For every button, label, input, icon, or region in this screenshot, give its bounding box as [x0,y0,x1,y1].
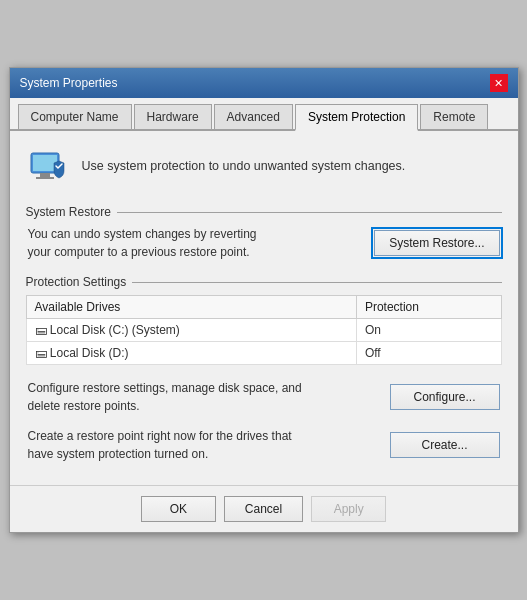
drives-table: Available Drives Protection 🖴 Local Disk… [26,295,502,365]
svg-rect-1 [33,155,57,171]
configure-description: Configure restore settings, manage disk … [28,379,308,415]
table-row: 🖴 Local Disk (D:) Off [26,342,501,365]
title-bar: System Properties ✕ [10,68,518,98]
system-properties-window: System Properties ✕ Computer Name Hardwa… [9,67,519,533]
create-button[interactable]: Create... [390,432,500,458]
ok-button[interactable]: OK [141,496,216,522]
drive-icon: 🖴 [35,346,50,360]
close-button[interactable]: ✕ [490,74,508,92]
content-area: Use system protection to undo unwanted s… [10,131,518,477]
tab-system-protection[interactable]: System Protection [295,104,418,131]
tab-computer-name[interactable]: Computer Name [18,104,132,129]
drive-icon: 🖴 [35,323,50,337]
protection-settings-label: Protection Settings [26,275,502,289]
system-restore-button[interactable]: System Restore... [374,230,499,256]
restore-row: You can undo system changes by reverting… [26,225,502,261]
configure-button[interactable]: Configure... [390,384,500,410]
create-row: Create a restore point right now for the… [26,427,502,463]
header-section: Use system protection to undo unwanted s… [26,145,502,189]
drive-d-cell: 🖴 Local Disk (D:) [26,342,356,365]
create-description: Create a restore point right now for the… [28,427,308,463]
tab-remote[interactable]: Remote [420,104,488,129]
drive-c-cell: 🖴 Local Disk (C:) (System) [26,319,356,342]
tab-bar: Computer Name Hardware Advanced System P… [10,98,518,131]
svg-rect-3 [36,177,54,179]
system-restore-section: System Restore You can undo system chang… [26,205,502,261]
header-description: Use system protection to undo unwanted s… [82,158,406,176]
drive-d-protection: Off [356,342,501,365]
col-protection: Protection [356,296,501,319]
drive-c-protection: On [356,319,501,342]
tab-hardware[interactable]: Hardware [134,104,212,129]
tab-advanced[interactable]: Advanced [214,104,293,129]
drive-d-name: Local Disk (D:) [50,346,129,360]
shield-computer-icon [26,145,70,189]
window-title: System Properties [20,76,118,90]
apply-button[interactable]: Apply [311,496,386,522]
svg-rect-2 [40,173,50,177]
col-available-drives: Available Drives [26,296,356,319]
system-restore-label: System Restore [26,205,502,219]
configure-row: Configure restore settings, manage disk … [26,379,502,415]
restore-description: You can undo system changes by reverting… [28,225,268,261]
cancel-button[interactable]: Cancel [224,496,303,522]
drive-c-name: Local Disk (C:) (System) [50,323,180,337]
dialog-footer: OK Cancel Apply [10,485,518,532]
protection-settings-section: Protection Settings Available Drives Pro… [26,275,502,365]
table-row: 🖴 Local Disk (C:) (System) On [26,319,501,342]
